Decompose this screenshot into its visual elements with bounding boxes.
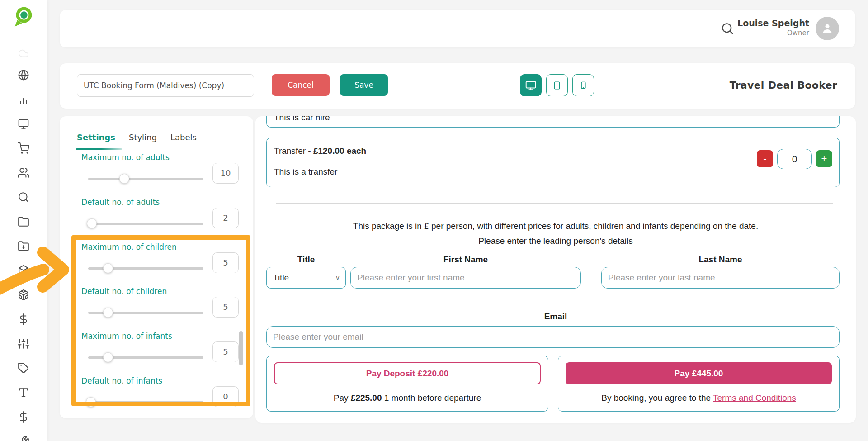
faded-cloud-icon xyxy=(17,48,30,58)
slider[interactable] xyxy=(88,218,203,228)
tab-styling[interactable]: Styling xyxy=(129,133,157,142)
last-name-label: Last Name xyxy=(601,255,840,265)
transfer-title: Transfer - £120.00 each xyxy=(274,146,366,156)
slider[interactable] xyxy=(88,352,203,362)
folder-plus-icon[interactable] xyxy=(18,240,29,252)
chevron-down-icon: ∨ xyxy=(335,274,340,281)
search-icon[interactable] xyxy=(721,22,734,35)
slider-value-box[interactable]: 5 xyxy=(212,341,239,362)
terms-note: By booking, you agree to the Terms and C… xyxy=(558,393,839,403)
tag-icon[interactable] xyxy=(18,362,29,374)
panel-tabs: Settings Styling Labels xyxy=(77,133,197,142)
slider[interactable] xyxy=(88,263,203,273)
package-note-line1: This package is in £ per person, with di… xyxy=(255,221,856,231)
slider-handle[interactable] xyxy=(87,218,97,228)
transfer-title-prefix: Transfer - xyxy=(274,146,313,156)
transfer-price: £120.00 each xyxy=(313,146,366,156)
slider-track[interactable] xyxy=(88,223,203,225)
slider-handle[interactable] xyxy=(103,263,113,273)
slider-label: Maximum no. of children xyxy=(81,242,177,251)
slider-handle[interactable] xyxy=(119,174,129,184)
slider-value-box[interactable]: 0 xyxy=(212,386,239,407)
quantity-input[interactable] xyxy=(777,149,812,169)
deposit-note-amount: £225.00 xyxy=(351,393,382,403)
app-title: Travel Deal Booker xyxy=(730,80,837,91)
slider-row: Maximum no. of infants 5 xyxy=(60,332,253,376)
dollar-sign-icon[interactable] xyxy=(18,411,29,423)
tab-labels[interactable]: Labels xyxy=(170,133,197,142)
deposit-payment-card: Pay Deposit £220.00 Pay £225.00 1 month … xyxy=(266,356,548,412)
form-toolbar: Cancel Save Travel Deal Booker xyxy=(60,63,855,109)
divider xyxy=(276,304,833,304)
users-icon[interactable] xyxy=(18,167,29,179)
box-icon[interactable] xyxy=(18,265,29,276)
settings-panel: Settings Styling Labels Maximum no. of a… xyxy=(60,116,253,418)
pay-full-button[interactable]: Pay £445.00 xyxy=(566,362,832,384)
panel-scrollbar-thumb[interactable] xyxy=(239,331,243,365)
slider-track[interactable] xyxy=(88,178,203,180)
avatar[interactable] xyxy=(816,17,839,40)
slider-label: Default no. of adults xyxy=(81,198,160,207)
slider-value-box[interactable]: 5 xyxy=(212,252,239,273)
shopping-cart-icon[interactable] xyxy=(18,142,29,154)
cancel-button[interactable]: Cancel xyxy=(272,74,330,96)
dollar-sign-icon[interactable] xyxy=(18,313,29,325)
slider-row: Maximum no. of children 5 xyxy=(60,242,253,287)
app-logo-icon[interactable] xyxy=(14,6,33,28)
sidebar xyxy=(0,0,47,441)
package-icon[interactable] xyxy=(18,289,29,301)
sliders-icon[interactable] xyxy=(18,338,29,350)
form-preview: This is car hire Transfer - £120.00 each… xyxy=(255,116,856,423)
desktop-preview-button[interactable] xyxy=(520,74,542,96)
tablet-preview-button[interactable] xyxy=(546,74,568,96)
search-icon[interactable] xyxy=(18,191,29,203)
slider[interactable] xyxy=(88,308,203,318)
deposit-note-prefix: Pay xyxy=(334,393,351,403)
user-menu[interactable]: Louise Speight Owner xyxy=(737,17,809,37)
device-preview-switcher xyxy=(520,74,594,96)
car-hire-description: This is car hire xyxy=(274,116,330,123)
slider-row: Default no. of children 5 xyxy=(60,287,253,331)
title-select[interactable]: Title ∨ xyxy=(266,267,346,289)
terms-prefix: By booking, you agree to the xyxy=(601,393,713,403)
deposit-note-suffix: 1 month before departure xyxy=(382,393,481,403)
save-button[interactable]: Save xyxy=(340,74,388,96)
slider-row: Maximum no. of adults 10 xyxy=(60,153,253,197)
folder-icon[interactable] xyxy=(18,216,29,228)
slider-row: Default no. of infants 0 xyxy=(60,376,253,418)
slider-label: Default no. of infants xyxy=(81,376,162,385)
slider-handle[interactable] xyxy=(103,308,113,318)
car-hire-card: This is car hire xyxy=(266,116,840,128)
slider-value-box[interactable]: 5 xyxy=(212,297,239,318)
quantity-minus-button[interactable]: - xyxy=(757,150,773,167)
globe-icon[interactable] xyxy=(18,69,29,81)
pay-deposit-button[interactable]: Pay Deposit £220.00 xyxy=(274,362,541,384)
slider[interactable] xyxy=(88,174,203,184)
monitor-icon[interactable] xyxy=(18,118,29,130)
slider-label: Maximum no. of infants xyxy=(81,332,172,341)
email-label: Email xyxy=(255,312,856,322)
slider-label: Default no. of children xyxy=(81,287,167,296)
last-name-input[interactable] xyxy=(601,267,840,289)
first-name-input[interactable] xyxy=(350,267,581,289)
header-bar: Louise Speight Owner xyxy=(60,10,855,47)
quantity-plus-button[interactable]: + xyxy=(816,150,832,167)
active-tab-underline xyxy=(76,148,122,150)
terms-and-conditions-link[interactable]: Terms and Conditions xyxy=(713,393,796,403)
slider-track[interactable] xyxy=(88,401,203,403)
transfer-card: Transfer - £120.00 each This is a transf… xyxy=(266,138,840,187)
slider-value-box[interactable]: 2 xyxy=(212,208,239,228)
slider-handle[interactable] xyxy=(86,397,96,407)
type-icon[interactable] xyxy=(18,387,29,398)
bar-chart-icon[interactable] xyxy=(18,94,29,105)
form-name-input[interactable] xyxy=(77,74,254,97)
title-label: Title xyxy=(266,255,346,265)
email-input[interactable] xyxy=(266,326,840,348)
mobile-preview-button[interactable] xyxy=(572,74,594,96)
wrench-icon[interactable] xyxy=(18,436,29,441)
transfer-description: This is a transfer xyxy=(274,167,337,177)
tab-settings[interactable]: Settings xyxy=(77,133,115,142)
slider-handle[interactable] xyxy=(103,352,113,362)
slider-value-box[interactable]: 10 xyxy=(212,163,239,184)
slider[interactable] xyxy=(88,397,203,407)
